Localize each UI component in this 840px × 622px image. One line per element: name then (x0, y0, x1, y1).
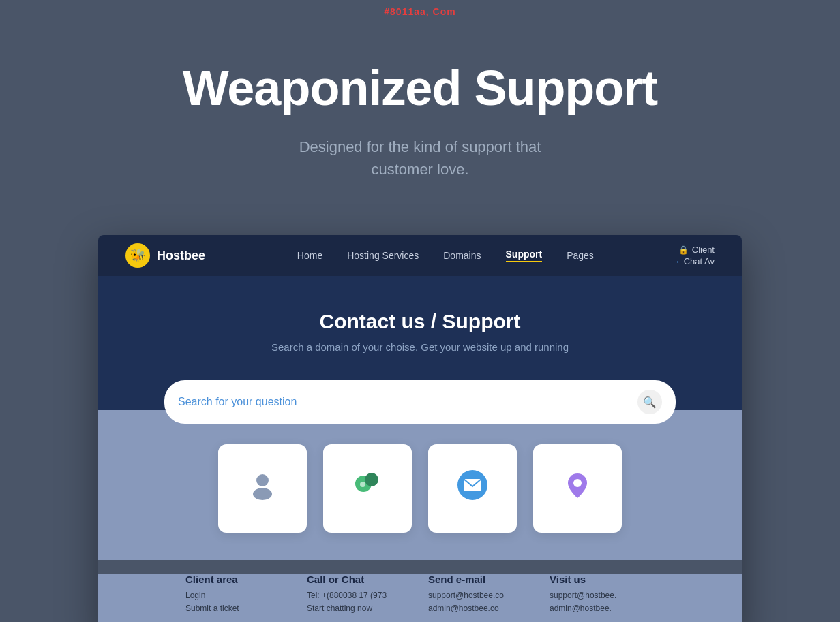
svg-point-0 (256, 474, 269, 486)
watermark-text: #8011aa, Com (384, 6, 455, 17)
hero-title: Weaponized Support (14, 61, 826, 115)
client-area-ticket[interactable]: Submit a ticket (185, 602, 290, 615)
nav-chat[interactable]: → Chat Av (672, 256, 715, 266)
svg-point-3 (365, 473, 378, 486)
nav-pages[interactable]: Pages (567, 250, 594, 261)
email-admin[interactable]: admin@hostbee.co (428, 602, 533, 615)
chat-start[interactable]: Start chatting now (307, 602, 412, 615)
navbar: 🐝 Hostbee Home Hosting Services Domains … (98, 235, 742, 276)
call-tel[interactable]: Tel: +(880038 17 (973 (307, 589, 412, 602)
svg-point-4 (360, 482, 365, 487)
email-title: Send e-mail (428, 574, 533, 585)
contact-item-email: Send e-mail support@hostbee.co admin@hos… (428, 574, 533, 615)
arrow-icon: → (672, 257, 680, 266)
visit-title: Visit us (550, 574, 655, 585)
navbar-links[interactable]: Home Hosting Services Domains Support Pa… (219, 249, 672, 262)
client-area-title: Client area (185, 574, 290, 585)
nav-hosting[interactable]: Hosting Services (347, 250, 419, 261)
search-icon-wrapper[interactable]: 🔍 (638, 390, 662, 414)
contact-item-client: Client area Login Submit a ticket (185, 574, 290, 615)
email-support[interactable]: support@hostbee.co (428, 589, 533, 602)
lock-icon: 🔒 (678, 245, 689, 255)
nav-domains[interactable]: Domains (443, 250, 481, 261)
contact-card-visit[interactable] (533, 444, 622, 533)
navbar-right: 🔒 Client → Chat Av (672, 245, 715, 266)
location-icon (560, 468, 595, 509)
contact-info: Client area Login Submit a ticket Call o… (98, 574, 742, 622)
search-icon: 🔍 (643, 396, 657, 409)
brand-name: Hostbee (157, 249, 205, 263)
brand-logo: 🐝 (125, 243, 150, 268)
search-wrapper[interactable]: Search for your question 🔍 (164, 380, 676, 424)
search-container: Search for your question 🔍 (98, 380, 742, 410)
nav-home[interactable]: Home (297, 250, 322, 261)
nav-client[interactable]: 🔒 Client (678, 245, 715, 255)
chat-icon (350, 467, 385, 510)
nav-support[interactable]: Support (506, 249, 543, 262)
contact-card-email[interactable] (428, 444, 517, 533)
visit-support[interactable]: support@hostbee. (550, 589, 655, 602)
svg-point-1 (253, 488, 272, 500)
watermark-bar: #8011aa, Com (0, 0, 840, 20)
contact-item-visit: Visit us support@hostbee. admin@hostbee. (550, 574, 655, 615)
browser-preview: 🐝 Hostbee Home Hosting Services Domains … (98, 235, 742, 622)
contact-item-call: Call or Chat Tel: +(880038 17 (973 Start… (307, 574, 412, 615)
support-subtitle: Search a domain of your choise. Get your… (112, 341, 728, 353)
contact-card-chat[interactable] (323, 444, 412, 533)
email-icon (455, 468, 490, 509)
contact-section (98, 410, 742, 560)
support-header: Contact us / Support Search a domain of … (98, 276, 742, 380)
visit-admin[interactable]: admin@hostbee. (550, 602, 655, 615)
svg-point-7 (573, 479, 582, 487)
hero-section: Weaponized Support Designed for the kind… (0, 20, 840, 235)
call-chat-title: Call or Chat (307, 574, 412, 585)
client-area-login[interactable]: Login (185, 589, 290, 602)
contact-card-client[interactable] (218, 444, 307, 533)
hero-subtitle: Designed for the kind of support that cu… (215, 136, 625, 181)
client-area-icon (245, 468, 280, 509)
support-title: Contact us / Support (112, 310, 728, 333)
brand: 🐝 Hostbee (125, 243, 205, 268)
search-placeholder-text: Search for your question (178, 396, 638, 408)
